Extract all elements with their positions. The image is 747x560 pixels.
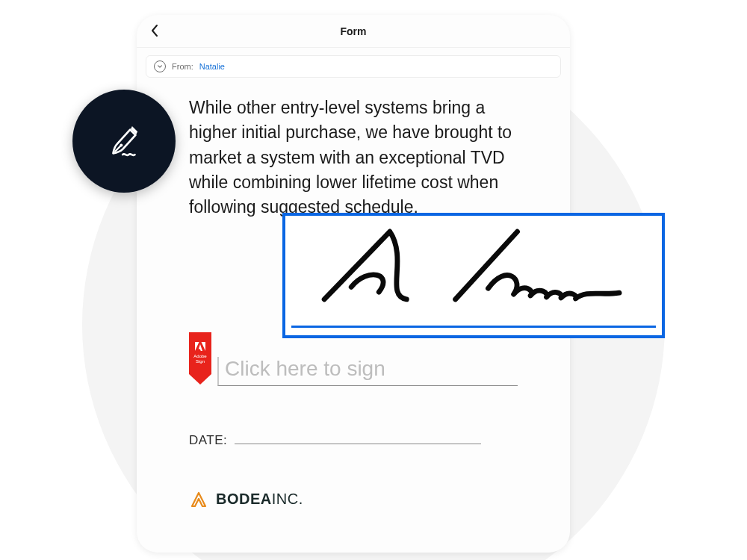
page-title: Form: [341, 25, 367, 37]
signature-row: AdobeSign Click here to sign: [189, 332, 518, 386]
signature-underline: [291, 326, 656, 328]
signature-field[interactable]: Click here to sign: [217, 357, 518, 386]
company-row: BODEAINC.: [189, 490, 518, 509]
signature-preview-popup: [282, 213, 665, 338]
from-bar[interactable]: From: Natalie: [146, 55, 561, 78]
signature-placeholder: Click here to sign: [225, 357, 385, 380]
handwritten-signature-icon: [299, 222, 648, 311]
pen-signature-badge: [72, 90, 176, 193]
back-button[interactable]: [150, 24, 165, 39]
adobe-sign-flag-icon: AdobeSign: [189, 332, 211, 386]
chevron-down-icon: [157, 63, 163, 69]
company-name-bold: BODEA: [216, 491, 272, 507]
document-paragraph: While other entry-level systems bring a …: [189, 96, 518, 220]
company-name: BODEAINC.: [216, 491, 303, 508]
date-field[interactable]: [235, 428, 481, 444]
expand-toggle[interactable]: [154, 60, 166, 72]
flag-brand-text: Adobe: [193, 354, 206, 358]
form-header: Form: [137, 15, 570, 48]
date-row: DATE:: [189, 428, 518, 448]
bodea-logo-icon: [189, 490, 208, 509]
fountain-pen-icon: [102, 119, 146, 163]
chevron-left-icon: [150, 24, 159, 37]
from-label: From:: [172, 62, 193, 71]
adobe-logo-icon: [195, 342, 205, 351]
company-name-light: INC.: [272, 491, 303, 507]
date-label: DATE:: [189, 433, 227, 448]
from-name: Natalie: [199, 62, 225, 71]
flag-product-text: Sign: [196, 359, 205, 364]
